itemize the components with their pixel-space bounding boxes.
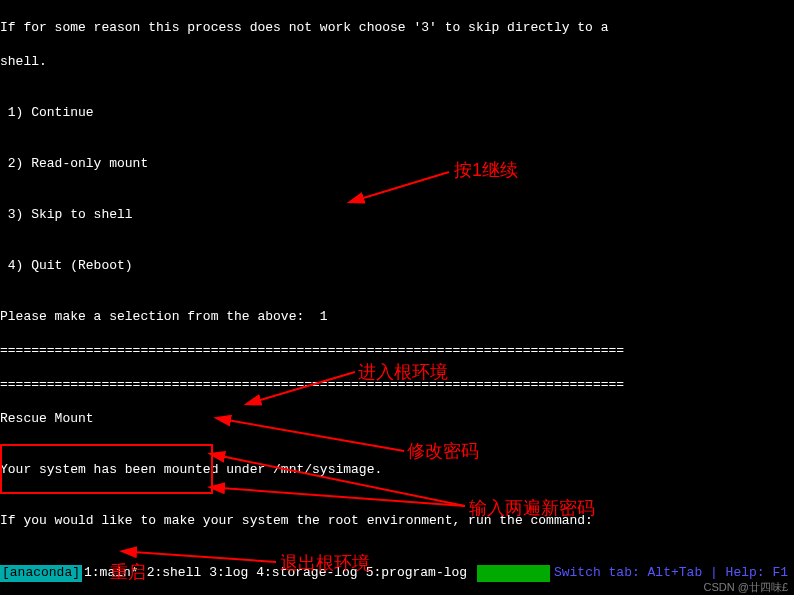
tab-list: 1:main* 2:shell 3:log 4:storage-log 5:pr… [82,565,477,582]
watermark: CSDN @廿四味£ [703,580,788,595]
section-title: Rescue Mount [0,410,794,427]
tab-program-log[interactable]: 5:program-log [366,565,467,582]
terminal-output: If for some reason this process does not… [0,0,794,595]
text-line: Your system has been mounted under /mnt/… [0,461,794,478]
tab-log[interactable]: 3:log [209,565,248,582]
status-bar: [anaconda] 1:main* 2:shell 3:log 4:stora… [0,565,792,582]
menu-option-readonly[interactable]: 2) Read-only mount [0,155,794,172]
menu-option-quit[interactable]: 4) Quit (Reboot) [0,257,794,274]
menu-option-skip[interactable]: 3) Skip to shell [0,206,794,223]
tab-main[interactable]: 1:main* [84,565,139,582]
text-line: If for some reason this process does not… [0,19,794,36]
tab-shell[interactable]: 2:shell [147,565,202,582]
app-name: [anaconda] [0,565,82,582]
text-line: If you would like to make your system th… [0,512,794,529]
divider: ========================================… [0,342,794,359]
selection-prompt[interactable]: Please make a selection from the above: … [0,308,794,325]
text-line: shell. [0,53,794,70]
tab-storage-log[interactable]: 4:storage-log [256,565,357,582]
divider: ========================================… [0,376,794,393]
menu-option-continue[interactable]: 1) Continue [0,104,794,121]
